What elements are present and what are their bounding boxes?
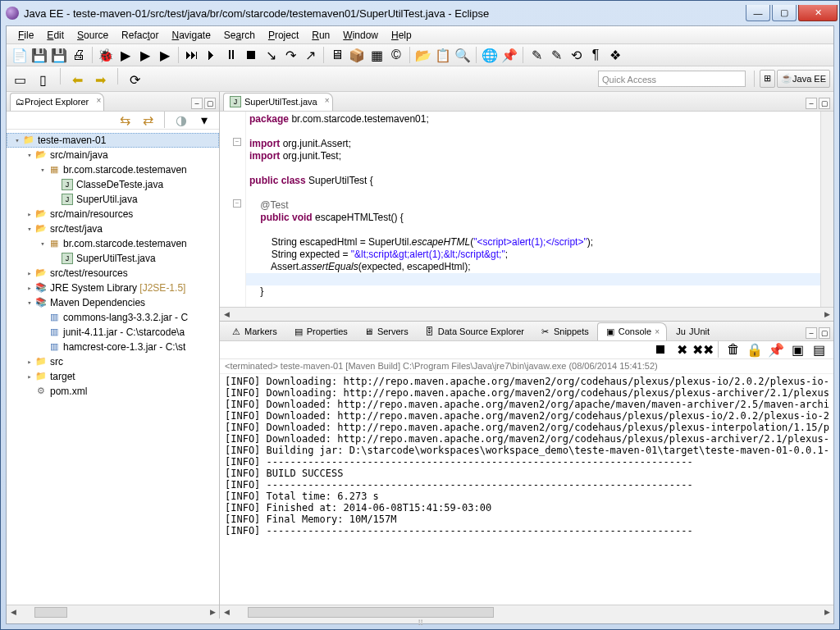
minimize-editor-button[interactable]: –	[806, 98, 817, 109]
close-editor-icon[interactable]: ×	[325, 96, 330, 105]
tree-node[interactable]: ▸target	[7, 369, 219, 384]
tree-node[interactable]: ▸src/test/resources	[7, 266, 219, 281]
pin-editor-icon[interactable]: 📌	[501, 47, 518, 63]
menu-navigate[interactable]: Navigate	[165, 28, 217, 43]
save-button[interactable]: 💾	[31, 47, 48, 63]
scroll-left-icon[interactable]: ◀	[7, 608, 20, 616]
maximize-editor-button[interactable]: ▢	[819, 98, 830, 109]
code-content[interactable]: package br.com.starcode.testemaven01; im…	[246, 112, 820, 307]
last-edit-icon[interactable]: ⟲	[568, 47, 584, 63]
step-into-icon[interactable]: ↘	[262, 47, 279, 63]
back-button[interactable]: ⬅	[69, 72, 85, 89]
tab-servers[interactable]: 🖥Servers	[356, 322, 416, 340]
explorer-tree[interactable]: ▾teste-maven-01▾src/main/java▾br.com.sta…	[7, 130, 219, 605]
twisty-icon[interactable]: ▾	[38, 166, 48, 174]
skip-breakpoints-icon[interactable]: ⏭	[184, 47, 200, 63]
tree-node[interactable]: SuperUtilTest.java	[7, 251, 219, 266]
tree-node[interactable]: hamcrest-core-1.3.jar - C:\st	[7, 340, 219, 354]
link-editor-icon[interactable]: ⇄	[139, 112, 156, 128]
tab-snippets[interactable]: ✂Snippets	[532, 322, 596, 340]
scroll-thumb[interactable]	[34, 607, 67, 618]
new-button[interactable]: 📄	[11, 47, 28, 63]
display-selected-icon[interactable]: ▣	[789, 341, 806, 358]
scroll-right-icon[interactable]: ▶	[206, 608, 219, 616]
editor-tab[interactable]: SuperUtilTest.java ×	[223, 93, 333, 111]
editor-gutter[interactable]: −−	[220, 112, 246, 307]
menu-project[interactable]: Project	[262, 28, 305, 43]
new-package-icon[interactable]: ▦	[368, 47, 385, 63]
console-output[interactable]: [INFO] Downloading: http://repo.maven.ap…	[220, 374, 833, 605]
collapse-all-icon[interactable]: ⇆	[116, 112, 133, 128]
fold-icon[interactable]: −	[233, 199, 241, 208]
terminate-relaunch-icon[interactable]: ⏹	[652, 341, 669, 358]
menubar[interactable]: File Edit Source Refactor Navigate Searc…	[7, 26, 833, 44]
tree-node[interactable]: ▾teste-maven-01	[7, 133, 219, 148]
run-button[interactable]: ▶	[117, 47, 134, 63]
terminate-icon[interactable]: ⏹	[243, 47, 259, 63]
new-server-icon[interactable]: 🖥	[329, 47, 345, 63]
close-view-icon[interactable]: ×	[96, 96, 101, 105]
scroll-lock-icon[interactable]: 🔒	[746, 341, 763, 358]
search-icon[interactable]: 🔍	[454, 47, 471, 63]
twisty-icon[interactable]: ▾	[25, 225, 34, 233]
suspend-icon[interactable]: ⏸	[223, 47, 240, 63]
refresh-icon[interactable]: ⟳	[127, 72, 144, 89]
twisty-icon[interactable]: ▸	[25, 284, 34, 292]
minimize-bottom-button[interactable]: –	[806, 327, 817, 339]
tab-markers[interactable]: ⚠Markers	[223, 322, 285, 340]
open-type-icon[interactable]: 📂	[415, 47, 431, 63]
annotation-next-icon[interactable]: ✎	[548, 47, 564, 63]
quick-access-input[interactable]: Quick Access	[598, 71, 746, 87]
show-whitespace-icon[interactable]: ¶	[587, 47, 604, 63]
maximize-bottom-button[interactable]: ▢	[819, 327, 830, 339]
maximize-view-button[interactable]: ▢	[204, 98, 216, 109]
toggle-mark-icon[interactable]: ❖	[607, 47, 623, 63]
menu-refactor[interactable]: Refactor	[115, 28, 165, 43]
tree-node[interactable]: junit-4.11.jar - C:\starcode\a	[7, 325, 219, 340]
menu-source[interactable]: Source	[71, 28, 115, 43]
show-view-icon[interactable]: ▭	[11, 72, 28, 89]
open-console-icon[interactable]: ▤	[810, 341, 827, 358]
coverage-button[interactable]: ▶	[157, 47, 173, 63]
clear-console-icon[interactable]: 🗑	[725, 341, 742, 358]
tab-junit[interactable]: JuJUnit	[668, 322, 717, 340]
scroll-thumb[interactable]	[248, 607, 494, 618]
twisty-icon[interactable]: ▾	[25, 151, 34, 159]
open-task-icon[interactable]: 📋	[435, 47, 451, 63]
menu-window[interactable]: Window	[336, 28, 385, 43]
step-return-icon[interactable]: ↗	[302, 47, 318, 63]
minimize-view-button[interactable]: –	[191, 98, 203, 109]
tree-node[interactable]: ▾br.com.starcode.testemaven	[7, 162, 219, 177]
console-hscrollbar[interactable]: ◀ ▶	[220, 605, 833, 619]
menu-file[interactable]: File	[11, 28, 40, 43]
menu-help[interactable]: Help	[385, 28, 418, 43]
focus-task-icon[interactable]: ◑	[173, 112, 189, 128]
scroll-right-icon[interactable]: ▶	[820, 608, 833, 616]
view-menu-icon[interactable]: ▾	[196, 112, 212, 128]
status-sash[interactable]: ⠿	[7, 619, 833, 623]
close-tab-icon[interactable]: ×	[655, 327, 660, 336]
scroll-right-icon[interactable]: ▶	[820, 310, 833, 318]
explorer-hscrollbar[interactable]: ◀ ▶	[7, 605, 219, 619]
tree-node[interactable]: ▸JRE System Library [J2SE-1.5]	[7, 281, 219, 295]
print-button[interactable]: 🖨	[71, 47, 87, 63]
step-over-icon[interactable]: ↷	[282, 47, 299, 63]
remove-all-icon[interactable]: ✖✖	[695, 341, 711, 358]
resume-icon[interactable]: ⏵	[203, 47, 220, 63]
close-button[interactable]: ✕	[798, 5, 838, 21]
tree-node[interactable]: ▾src/test/java	[7, 221, 219, 236]
scroll-left-icon[interactable]: ◀	[220, 608, 233, 616]
twisty-icon[interactable]: ▾	[12, 136, 22, 144]
toggle-breadcrumb-icon[interactable]: 🌐	[482, 47, 498, 63]
open-perspective-button[interactable]: ⊞	[760, 70, 775, 88]
twisty-icon[interactable]: ▸	[25, 372, 34, 381]
tree-node[interactable]: ▸src	[7, 354, 219, 369]
twisty-icon[interactable]: ▸	[25, 358, 34, 366]
new-java-project-icon[interactable]: 📦	[349, 47, 365, 63]
save-all-button[interactable]: 💾	[51, 47, 67, 63]
menu-run[interactable]: Run	[305, 28, 336, 43]
minimize-button[interactable]: —	[746, 5, 770, 21]
run-last-button[interactable]: ▶	[137, 47, 153, 63]
tree-node[interactable]: SuperUtil.java	[7, 192, 219, 207]
tree-node[interactable]: ▾src/main/java	[7, 148, 219, 162]
